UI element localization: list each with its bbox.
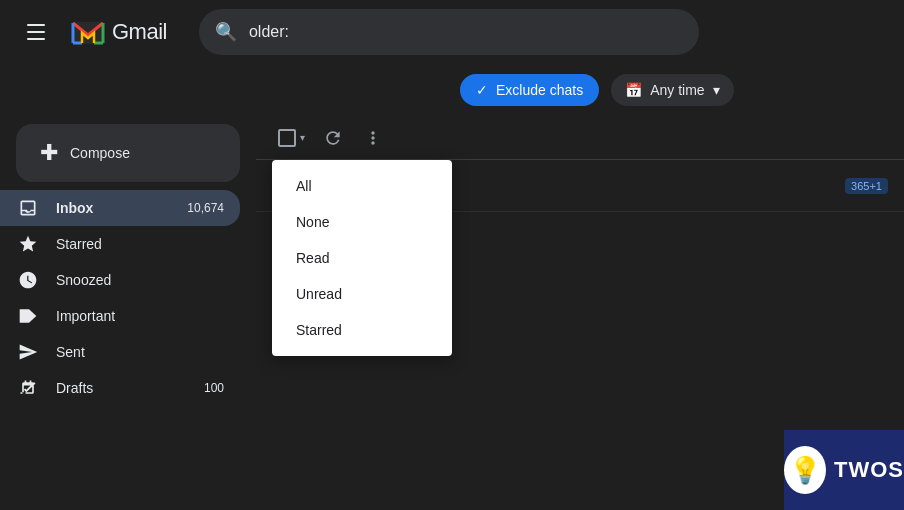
sidebar-item-drafts[interactable]: Drafts 100 [0, 370, 240, 406]
any-time-button[interactable]: 📅 Any time ▾ [611, 74, 733, 106]
checkmark-icon: ✓ [476, 82, 488, 98]
snoozed-label: Snoozed [56, 272, 224, 288]
drafts-count: 100 [204, 381, 224, 395]
sidebar-item-starred[interactable]: Starred [0, 226, 240, 262]
toolbar: ▾ All None Read Unread Starred [256, 116, 904, 160]
dropdown-item-none[interactable]: None [272, 204, 452, 240]
logo-area: Gmail [68, 12, 167, 52]
compose-label: Compose [70, 145, 130, 161]
select-dropdown-menu: All None Read Unread Starred [272, 160, 452, 356]
sidebar-item-snoozed[interactable]: Snoozed [0, 262, 240, 298]
twos-watermark: 💡 TWOS [784, 430, 904, 510]
search-input[interactable]: older: [249, 23, 289, 41]
refresh-button[interactable] [315, 120, 351, 156]
important-icon [16, 304, 40, 328]
chevron-down-icon: ▾ [713, 82, 720, 98]
star-icon [16, 232, 40, 256]
inbox-label: Inbox [56, 200, 187, 216]
content-area: ▾ All None Read Unread Starred [256, 116, 904, 510]
subheader: ✓ Exclude chats 📅 Any time ▾ [0, 64, 904, 116]
sidebar-item-inbox[interactable]: Inbox 10,674 [0, 190, 240, 226]
office-badge: 365+1 [845, 178, 888, 194]
gmail-logo-icon [68, 12, 108, 52]
compose-button[interactable]: ✚ Compose [16, 124, 240, 182]
drafts-label: Drafts [56, 380, 204, 396]
select-checkbox[interactable] [278, 129, 296, 147]
app-title: Gmail [112, 19, 167, 45]
inbox-icon [16, 196, 40, 220]
important-label: Important [56, 308, 224, 324]
dropdown-item-starred[interactable]: Starred [272, 312, 452, 348]
more-options-button[interactable] [355, 120, 391, 156]
header: Gmail 🔍 older: [0, 0, 904, 64]
compose-plus-icon: ✚ [40, 140, 58, 166]
hamburger-icon [27, 24, 45, 40]
main-area: ✚ Compose Inbox 10,674 Starred Snoozed [0, 116, 904, 510]
clock-icon [16, 268, 40, 292]
exclude-chats-button[interactable]: ✓ Exclude chats [460, 74, 599, 106]
search-icon: 🔍 [215, 21, 237, 43]
dropdown-item-unread[interactable]: Unread [272, 276, 452, 312]
dropdown-arrow-icon[interactable]: ▾ [300, 132, 305, 143]
twos-label: TWOS [834, 457, 904, 483]
calendar-icon: 📅 [625, 82, 642, 98]
sidebar: ✚ Compose Inbox 10,674 Starred Snoozed [0, 116, 256, 510]
menu-button[interactable] [16, 12, 56, 52]
dropdown-item-all[interactable]: All [272, 168, 452, 204]
exclude-chats-label: Exclude chats [496, 82, 583, 98]
twos-lightbulb-icon: 💡 [784, 446, 826, 494]
dropdown-item-read[interactable]: Read [272, 240, 452, 276]
send-icon [16, 340, 40, 364]
sidebar-item-important[interactable]: Important [0, 298, 240, 334]
drafts-icon [16, 376, 40, 400]
sidebar-item-sent[interactable]: Sent [0, 334, 240, 370]
starred-label: Starred [56, 236, 224, 252]
any-time-label: Any time [650, 82, 704, 98]
search-bar[interactable]: 🔍 older: [199, 9, 699, 55]
select-dropdown[interactable]: ▾ [272, 125, 311, 151]
sent-label: Sent [56, 344, 224, 360]
inbox-count: 10,674 [187, 201, 224, 215]
